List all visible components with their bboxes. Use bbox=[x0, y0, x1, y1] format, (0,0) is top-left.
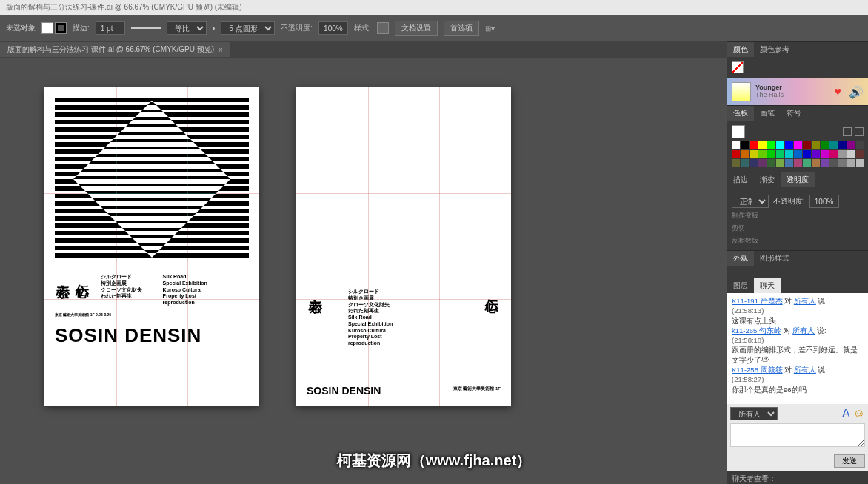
send-button[interactable]: 发送 bbox=[834, 454, 865, 468]
chat-user[interactable]: K11-191.严楚杰 bbox=[732, 297, 783, 305]
swatch-item[interactable] bbox=[785, 159, 793, 167]
swatch-item[interactable] bbox=[847, 159, 855, 167]
swatch-item[interactable] bbox=[829, 150, 838, 158]
jp-col: シルクロード特別企画展クローソ文化財失われた刻再生 bbox=[101, 274, 154, 306]
tab-appearance[interactable]: 外观 bbox=[727, 251, 754, 266]
chat-log[interactable]: K11-191.严楚杰 对 所有人 说: (21:58:13) 这课有点上头 k… bbox=[727, 293, 868, 404]
canvas-area[interactable]: for(let i=0;i<22;i++)document.write('<di… bbox=[0, 58, 727, 484]
tab-swatches[interactable]: 色板 bbox=[727, 106, 754, 121]
swatch-item[interactable] bbox=[758, 159, 767, 167]
tab-stroke[interactable]: 描边 bbox=[727, 172, 754, 187]
none-swatch[interactable] bbox=[732, 61, 744, 73]
stroke-swatch[interactable] bbox=[55, 22, 67, 34]
swatch-item[interactable] bbox=[758, 141, 767, 149]
swatch-item[interactable] bbox=[776, 159, 784, 167]
tab-layers[interactable]: 图层 bbox=[727, 278, 754, 293]
swatch-item[interactable] bbox=[794, 150, 802, 158]
swatch-item[interactable] bbox=[794, 159, 802, 167]
swatch-item[interactable] bbox=[838, 150, 847, 158]
swatch-item[interactable] bbox=[829, 159, 838, 167]
tab-graphic-styles[interactable]: 图形样式 bbox=[754, 251, 795, 266]
swatch-item[interactable] bbox=[856, 159, 864, 167]
fill-stroke-swatches[interactable] bbox=[41, 22, 67, 34]
emoji-icon[interactable]: ☺ bbox=[853, 407, 865, 420]
swatch-item[interactable] bbox=[758, 150, 767, 158]
swatch-item[interactable] bbox=[776, 141, 784, 149]
align-icon[interactable]: ⊞▾ bbox=[485, 24, 495, 33]
swatch-item[interactable] bbox=[732, 150, 740, 158]
swatch-item[interactable] bbox=[847, 150, 855, 158]
swatch-item[interactable] bbox=[821, 159, 829, 167]
swatch-item[interactable] bbox=[741, 141, 749, 149]
title-bar: 版面的解构与三分法练习-课件.ai @ 66.67% (CMYK/GPU 预览)… bbox=[0, 0, 868, 15]
swatch-item[interactable] bbox=[732, 141, 740, 149]
chat-target-select[interactable]: 所有人 bbox=[730, 407, 778, 420]
swatch-item[interactable] bbox=[750, 150, 758, 158]
close-icon[interactable]: × bbox=[218, 46, 223, 54]
swatch-item[interactable] bbox=[821, 150, 829, 158]
swatch-item[interactable] bbox=[838, 141, 847, 149]
blend-mode-select[interactable]: 正常 bbox=[732, 195, 769, 208]
stroke-weight-input[interactable] bbox=[96, 21, 125, 35]
style-swatch[interactable] bbox=[377, 22, 389, 34]
doc-setup-button[interactable]: 文档设置 bbox=[395, 21, 438, 36]
tab-brushes[interactable]: 画笔 bbox=[754, 106, 781, 121]
swatch-item[interactable] bbox=[750, 159, 758, 167]
swatch-item[interactable] bbox=[732, 159, 740, 167]
artboard-2[interactable]: 素心 シルクロード特別企画展クローソ文化財失われた刻再生 Silk RoadSp… bbox=[296, 87, 511, 406]
swatch-item[interactable] bbox=[741, 159, 749, 167]
tab-symbols[interactable]: 符号 bbox=[781, 106, 807, 121]
list-view-icon[interactable] bbox=[843, 127, 852, 136]
swatch-item[interactable] bbox=[812, 159, 820, 167]
font-icon[interactable]: A bbox=[842, 407, 850, 420]
swatch-item[interactable] bbox=[812, 150, 820, 158]
chat-user[interactable]: K11-258.周筱筱 bbox=[732, 366, 783, 374]
target-label: 未选对象 bbox=[6, 23, 36, 33]
chat-user[interactable]: k11-265.勾东岭 bbox=[732, 326, 781, 335]
current-fill[interactable] bbox=[732, 125, 745, 138]
swatch-item[interactable] bbox=[821, 141, 829, 149]
swatch-item[interactable] bbox=[829, 141, 838, 149]
tab-chat[interactable]: 聊天 bbox=[754, 278, 781, 293]
swatch-item[interactable] bbox=[847, 141, 855, 149]
chat-textarea[interactable] bbox=[730, 423, 865, 447]
chat-all[interactable]: 所有人 bbox=[794, 297, 816, 305]
swatches-grid[interactable]: var cols=["#fff","#000","#f00","#ff0","#… bbox=[732, 141, 864, 167]
chat-all[interactable]: 所有人 bbox=[792, 326, 815, 335]
tab-color[interactable]: 颜色 bbox=[727, 42, 754, 57]
opacity-input[interactable] bbox=[318, 21, 348, 35]
swatch-item[interactable] bbox=[803, 141, 811, 149]
stroke-preview bbox=[131, 27, 161, 29]
opacity-input2[interactable] bbox=[809, 195, 839, 208]
swatch-item[interactable] bbox=[803, 159, 811, 167]
media-player: Younger The Hails ♥ 🔊 bbox=[727, 78, 868, 105]
swatch-item[interactable] bbox=[794, 141, 802, 149]
document-tab[interactable]: 版面的解构与三分法练习-课件.ai @ 66.67% (CMYK/GPU 预览)… bbox=[0, 42, 230, 57]
swatch-item[interactable] bbox=[785, 141, 793, 149]
grid-view-icon[interactable] bbox=[855, 127, 864, 136]
bullet-sep: • bbox=[213, 24, 216, 33]
tab-transparency[interactable]: 透明度 bbox=[781, 172, 815, 187]
swatch-item[interactable] bbox=[785, 150, 793, 158]
swatch-item[interactable] bbox=[812, 141, 820, 149]
swatch-item[interactable] bbox=[856, 150, 864, 158]
sound-icon[interactable]: 🔊 bbox=[849, 85, 864, 99]
swatch-item[interactable] bbox=[767, 159, 775, 167]
swatch-item[interactable] bbox=[776, 150, 784, 158]
swatch-item[interactable] bbox=[838, 159, 847, 167]
swatch-item[interactable] bbox=[767, 150, 775, 158]
swatch-item[interactable] bbox=[767, 141, 775, 149]
prefs-button[interactable]: 首选项 bbox=[444, 21, 479, 36]
swatch-item[interactable] bbox=[741, 150, 749, 158]
swatch-item[interactable] bbox=[803, 150, 811, 158]
tab-gradient[interactable]: 渐变 bbox=[754, 172, 781, 187]
heart-icon[interactable]: ♥ bbox=[835, 85, 842, 98]
tab-color-guide[interactable]: 颜色参考 bbox=[754, 42, 795, 57]
chat-all[interactable]: 所有人 bbox=[794, 366, 816, 374]
swatch-item[interactable] bbox=[750, 141, 758, 149]
swatch-item[interactable] bbox=[856, 141, 864, 149]
brush-select[interactable]: 5 点圆形 bbox=[221, 21, 275, 35]
stroke-style-select[interactable]: 等比 bbox=[167, 21, 207, 35]
fill-swatch[interactable] bbox=[41, 22, 53, 34]
artboard-1[interactable]: for(let i=0;i<22;i++)document.write('<di… bbox=[44, 87, 259, 406]
